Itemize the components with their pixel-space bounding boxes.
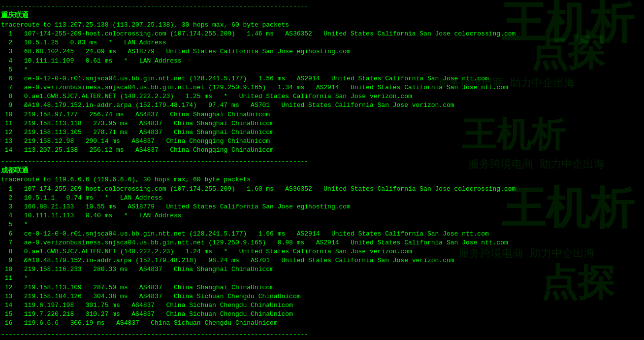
hop-line: 11 219.158.113.118 273.95 ms AS4837 Chin… — [1, 119, 643, 128]
hop-line: 10 219.158.116.233 280.33 ms AS4837 Chin… — [1, 265, 643, 274]
hop-line: 9 &#10.48.179.152.in-addr.arpa (152.179.… — [1, 256, 643, 265]
hop-line: 14 119.6.197.198 301.75 ms AS4837 China … — [1, 301, 643, 310]
hop-line: 4 10.111.11.113 0.40 ms * LAN Address — [1, 211, 643, 220]
hop-line: 14 113.207.25.138 256.12 ms AS4837 China… — [1, 146, 643, 155]
hop-line: 16 119.6.6.6 306.19 ms AS4837 China Sich… — [1, 319, 643, 328]
section1-header: 重庆联通 — [1, 11, 643, 21]
hop-line: 8 0.ae1.GW8.SJC7.ALTER.NET (140.222.2.23… — [1, 92, 643, 101]
section1-divider-top: ----------------------------------------… — [1, 2, 643, 11]
section2-hops: 1 107-174-255-209-host.colocrossing.com … — [1, 185, 643, 328]
hop-line: 1 107-174-255-209-host.colocrossing.com … — [1, 30, 643, 38]
hop-line: 2 10.5.1.25 0.83 ms * LAN Address — [1, 38, 643, 47]
hop-line: 7 ae-0.verizonbusiness.snjsca04.us.bb.gi… — [1, 83, 643, 92]
section2-traceroute-cmd: traceroute to 119.6.6.6 (119.6.6.6), 30 … — [1, 175, 643, 184]
hop-line: 4 10.111.11.109 0.61 ms * LAN Address — [1, 57, 643, 66]
hop-line: 1 107-174-255-209-host.colocrossing.com … — [1, 185, 643, 194]
hop-line: 15 119.7.220.218 310.27 ms AS4837 China … — [1, 310, 643, 319]
section3-divider: ----------------------------------------… — [1, 330, 643, 339]
terminal-output: ----------------------------------------… — [0, 0, 644, 340]
hop-line: 6 ce-0-12-0-0.r01.snjsca04.us.bb.gin.ntt… — [1, 230, 643, 238]
hop-line: 12 219.158.113.109 287.50 ms AS4837 Chin… — [1, 283, 643, 292]
section1-hops: 1 107-174-255-209-host.colocrossing.com … — [1, 30, 643, 155]
hop-line: 3 166.88.21.133 10.55 ms AS18779 United … — [1, 203, 643, 211]
hop-line: 6 ce-0-12-0-0.r01.snjsca04.us.bb.gin.ntt… — [1, 74, 643, 83]
section1-traceroute-cmd: traceroute to 113.207.25.138 (113.207.25… — [1, 21, 643, 30]
section2-divider: ----------------------------------------… — [1, 157, 643, 166]
hop-line: 13 219.158.104.126 304.38 ms AS4837 Chin… — [1, 292, 643, 301]
hop-line: 5 * — [1, 66, 643, 74]
hop-line: 5 * — [1, 220, 643, 229]
hop-line: 3 68.68.102.245 24.09 ms AS18779 United … — [1, 47, 643, 56]
hop-line: 8 0.ae1.GW8.SJC7.ALTER.NET (140.222.2.23… — [1, 247, 643, 256]
hop-line: 7 ae-0.verizonbusiness.snjsca04.us.bb.gi… — [1, 238, 643, 247]
hop-line: 10 219.158.97.177 256.74 ms AS4837 China… — [1, 110, 643, 119]
hop-line: 13 219.158.12.98 290.14 ms AS4837 China … — [1, 137, 643, 146]
section2-header: 成都联通 — [1, 166, 643, 176]
hop-line: 11 * — [1, 274, 643, 283]
hop-line: 12 219.158.113.105 278.71 ms AS4837 Chin… — [1, 128, 643, 137]
hop-line: 9 &#10.48.179.152.in-addr.arpa (152.179.… — [1, 101, 643, 110]
hop-line: 2 10.5.1.1 0.74 ms * LAN Address — [1, 194, 643, 203]
